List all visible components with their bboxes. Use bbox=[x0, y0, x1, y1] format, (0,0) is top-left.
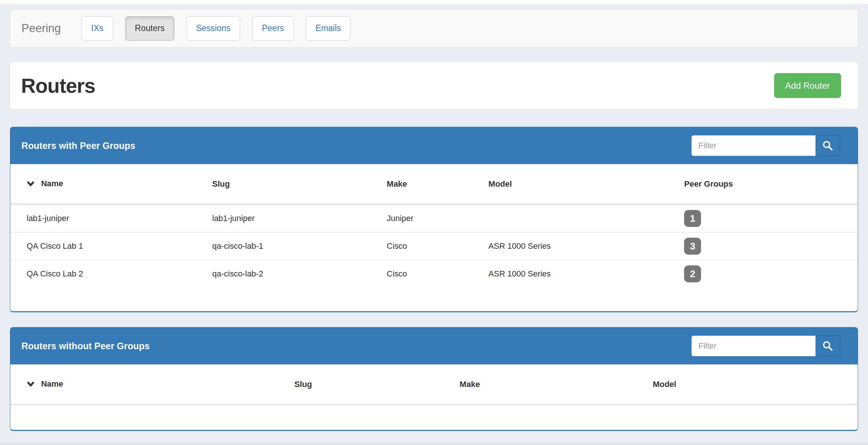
column-header-name[interactable]: Name bbox=[10, 364, 290, 405]
nav-button-peers[interactable]: Peers bbox=[252, 16, 294, 41]
routers-with-peer-groups-table: Name Slug Make Model Peer Groups lab1-ju… bbox=[10, 164, 858, 288]
table-row: QA Cisco Lab 1 qa-cisco-lab-1 Cisco ASR … bbox=[10, 232, 858, 260]
cell-peer-groups: 3 bbox=[680, 232, 858, 260]
cell-name: lab1-juniper bbox=[10, 204, 208, 232]
cell-make: Cisco bbox=[382, 232, 484, 260]
search-button[interactable] bbox=[816, 336, 840, 356]
panel-routers-without-peer-groups: Routers without Peer Groups bbox=[10, 327, 858, 431]
cell-slug: lab1-juniper bbox=[208, 204, 383, 232]
column-header-make[interactable]: Make bbox=[382, 164, 484, 204]
panel-bottom-spacer bbox=[10, 405, 858, 430]
sort-chevron-down-icon bbox=[27, 179, 37, 188]
peer-group-count-badge: 2 bbox=[684, 265, 701, 282]
peer-group-count-badge: 1 bbox=[684, 210, 701, 227]
peer-group-count-badge: 3 bbox=[684, 238, 701, 255]
column-header-slug[interactable]: Slug bbox=[208, 164, 383, 204]
nav-button-ixs[interactable]: IXs bbox=[82, 16, 113, 41]
search-icon bbox=[822, 340, 833, 351]
search-button[interactable] bbox=[816, 135, 840, 156]
cell-model: ASR 1000 Series bbox=[484, 232, 680, 260]
panel-body: Name Slug Make Model bbox=[10, 364, 858, 430]
panel-heading: Routers with Peer Groups bbox=[10, 127, 858, 164]
column-header-peer-groups[interactable]: Peer Groups bbox=[680, 164, 858, 204]
cell-peer-groups: 1 bbox=[680, 204, 858, 232]
brand-link[interactable]: Peering bbox=[21, 22, 61, 35]
nav-button-routers[interactable]: Routers bbox=[125, 16, 174, 41]
nav-button-sessions[interactable]: Sessions bbox=[187, 16, 240, 41]
cell-model bbox=[484, 204, 680, 232]
page-container: Peering IXs Routers Sessions Peers Email… bbox=[0, 9, 868, 431]
column-header-model[interactable]: Model bbox=[484, 164, 680, 204]
window-top-strip bbox=[0, 0, 868, 4]
panel-routers-with-peer-groups: Routers with Peer Groups bbox=[10, 127, 858, 312]
cell-make: Cisco bbox=[382, 260, 484, 288]
column-header-slug[interactable]: Slug bbox=[290, 364, 455, 405]
cell-name: QA Cisco Lab 2 bbox=[10, 260, 208, 288]
routers-without-peer-groups-table: Name Slug Make Model bbox=[10, 364, 858, 405]
cell-model: ASR 1000 Series bbox=[484, 260, 680, 288]
column-header-make[interactable]: Make bbox=[455, 364, 648, 405]
panel-bottom-spacer bbox=[10, 288, 858, 311]
cell-slug: qa-cisco-lab-1 bbox=[208, 232, 383, 260]
sort-chevron-down-icon bbox=[27, 380, 37, 389]
title-card: Routers Add Router bbox=[10, 62, 858, 109]
filter-input[interactable] bbox=[691, 336, 816, 356]
column-header-name[interactable]: Name bbox=[10, 164, 208, 204]
filter-group bbox=[691, 135, 840, 156]
search-icon bbox=[822, 140, 833, 151]
panel-title: Routers with Peer Groups bbox=[21, 140, 135, 151]
navbar: Peering IXs Routers Sessions Peers Email… bbox=[10, 9, 858, 47]
table-row: lab1-juniper lab1-juniper Juniper 1 bbox=[10, 204, 858, 232]
table-header-row: Name Slug Make Model bbox=[10, 364, 858, 405]
table-row: QA Cisco Lab 2 qa-cisco-lab-2 Cisco ASR … bbox=[10, 260, 858, 288]
cell-make: Juniper bbox=[382, 204, 484, 232]
filter-group bbox=[691, 336, 840, 356]
table-header-row: Name Slug Make Model Peer Groups bbox=[10, 164, 858, 204]
panel-title: Routers without Peer Groups bbox=[21, 341, 150, 351]
cell-name: QA Cisco Lab 1 bbox=[10, 232, 208, 260]
window-bottom-strip bbox=[0, 443, 868, 445]
cell-slug: qa-cisco-lab-2 bbox=[208, 260, 383, 288]
add-router-button[interactable]: Add Router bbox=[774, 73, 841, 98]
page-title: Routers bbox=[21, 74, 95, 98]
nav-button-emails[interactable]: Emails bbox=[306, 16, 351, 41]
cell-peer-groups: 2 bbox=[680, 260, 858, 288]
filter-input[interactable] bbox=[691, 135, 816, 156]
panel-body: Name Slug Make Model Peer Groups lab1-ju… bbox=[10, 164, 858, 311]
column-header-model[interactable]: Model bbox=[648, 364, 858, 405]
panel-heading: Routers without Peer Groups bbox=[10, 327, 858, 364]
